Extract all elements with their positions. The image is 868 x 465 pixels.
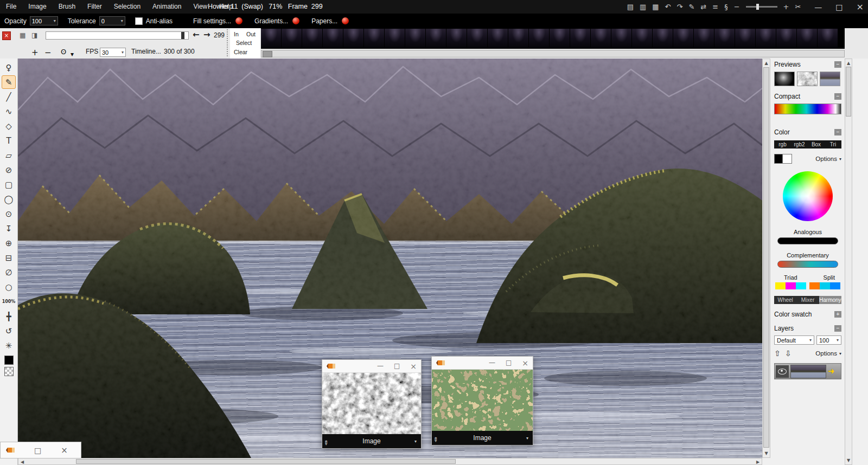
clear-button[interactable]: Clear — [234, 49, 247, 55]
zoom-in-icon[interactable]: + — [783, 3, 789, 11]
line-tool-icon[interactable]: ╱ — [2, 90, 16, 104]
zoom-out-icon[interactable]: − — [734, 3, 740, 11]
previous-frame-button[interactable]: ← — [193, 30, 200, 40]
scroll-down-icon[interactable]: ▼ — [845, 458, 852, 463]
filmstrip-scrollbar-thumb[interactable] — [263, 51, 272, 57]
primary-color-swatch[interactable] — [4, 356, 14, 365]
scroll-down-icon[interactable]: ▼ — [763, 451, 770, 456]
bulb-icon[interactable]: ʘ — [61, 48, 66, 56]
scroll-right-icon[interactable]: ▶ — [755, 460, 761, 464]
color-view-tab-wheel[interactable]: Wheel — [774, 296, 796, 304]
close-button[interactable]: × — [522, 359, 528, 367]
redo-icon[interactable]: ↷ — [677, 3, 683, 11]
minimize-button[interactable]: — — [814, 3, 822, 11]
curve-tool-icon[interactable]: ∿ — [2, 105, 16, 118]
filmstrip-frame-9[interactable] — [426, 29, 446, 48]
filmstrip-frame-14[interactable] — [529, 29, 549, 48]
tolerance-input[interactable]: 0▾ — [99, 16, 125, 25]
chevron-down-icon[interactable]: ▾ — [54, 18, 56, 23]
secondary-color-swatch[interactable] — [4, 367, 14, 376]
compact-collapse-button[interactable]: − — [834, 93, 841, 100]
filmstrip-frame-3[interactable] — [302, 29, 322, 48]
color-mode-tab-rgb[interactable]: rgb — [774, 141, 791, 147]
clone-tool-icon[interactable]: ⊟ — [2, 251, 16, 264]
zoom-tool-icon[interactable]: ⊙ — [2, 207, 16, 221]
frame-position-handle[interactable] — [181, 32, 184, 39]
filmstrip-frame-20[interactable] — [653, 29, 673, 48]
timeline-button[interactable]: Timeline... — [131, 48, 161, 55]
freehand-select-tool-icon[interactable]: ⊘ — [2, 163, 16, 177]
color-collapse-button[interactable]: − — [834, 129, 841, 135]
secondary-color-swatch[interactable] — [782, 154, 792, 164]
scroll-up-icon[interactable]: ▲ — [763, 61, 770, 66]
brush-tool-icon[interactable]: ✎ — [2, 75, 16, 89]
canvas-vertical-scrollbar[interactable]: ▲ ▼ — [762, 59, 770, 458]
undo-icon[interactable]: ↶ — [665, 3, 671, 11]
star-tool-icon[interactable]: ✳ — [2, 339, 16, 352]
filmstrip[interactable] — [261, 28, 845, 49]
split-swatch-1[interactable] — [809, 282, 820, 289]
fps-input[interactable]: 30▾ — [100, 48, 126, 57]
image-preview-thumbnail[interactable] — [820, 72, 840, 86]
layer-down-button[interactable]: ⇩ — [785, 349, 792, 358]
canvas-horizontal-scrollbar[interactable]: ◀ ▶ — [18, 458, 762, 465]
layer-thumbnail[interactable] — [790, 365, 826, 378]
layers-collapse-button[interactable]: − — [834, 325, 841, 332]
papers-button[interactable]: Papers... — [311, 17, 337, 25]
canvas-horizontal-scrollbar-thumb[interactable] — [76, 459, 456, 464]
ellipse-select-tool-icon[interactable]: ◯ — [2, 192, 16, 206]
menu-brush[interactable]: Brush — [53, 0, 81, 14]
chevron-down-icon[interactable]: ▾ — [121, 18, 123, 23]
layer-options-dropdown[interactable]: Options ▾ — [815, 350, 841, 357]
filmstrip-frame-13[interactable] — [508, 29, 528, 48]
close-button[interactable]: × — [857, 2, 864, 12]
grid-icon[interactable]: ▦ — [20, 31, 25, 39]
opacity-input[interactable]: 100▾ — [30, 16, 58, 25]
camo-texture-preview[interactable] — [432, 370, 533, 431]
dropper-icon[interactable]: ✎ — [322, 439, 330, 448]
move-tool-icon[interactable]: ╋ — [2, 309, 16, 323]
filmstrip-frame-17[interactable] — [591, 29, 611, 48]
filmstrip-frame-21[interactable] — [673, 29, 693, 48]
filmstrip-frame-18[interactable] — [611, 29, 631, 48]
out-button[interactable]: Out — [246, 31, 256, 37]
menu-selection[interactable]: Selection — [108, 0, 146, 14]
rect-select-tool-icon[interactable]: ▢ — [2, 178, 16, 191]
image-source-dropdown[interactable]: ✎ Image ▾ — [322, 434, 421, 448]
filmstrip-frame-25[interactable] — [756, 29, 776, 48]
image-source-dropdown[interactable]: ✎ Image ▾ — [432, 431, 533, 445]
maximize-button[interactable]: □ — [394, 362, 400, 371]
annotate-icon[interactable]: ✎ — [688, 3, 694, 11]
filmstrip-frame-24[interactable] — [735, 29, 755, 48]
texture-window-1[interactable]: — □ × ✎ Image ▾ — [322, 359, 422, 449]
filmstrip-frame-26[interactable] — [776, 29, 796, 48]
close-button[interactable]: × — [61, 445, 68, 455]
panel-scrollbar-thumb[interactable] — [846, 67, 851, 117]
color-view-tab-harmony[interactable]: Harmony — [819, 296, 841, 304]
scroll-up-icon[interactable]: ▲ — [845, 61, 852, 66]
color-wheel[interactable] — [783, 171, 833, 221]
fill-settings-status-icon[interactable] — [235, 17, 242, 24]
filmstrip-frame-4[interactable] — [323, 29, 343, 48]
zoom-100-icon[interactable]: 100% — [2, 295, 16, 308]
color-options-dropdown[interactable]: Options ▾ — [815, 156, 841, 162]
texture-window-1-titlebar[interactable]: — □ × — [322, 360, 421, 373]
complementary-bar[interactable] — [777, 261, 838, 268]
in-button[interactable]: In — [234, 31, 239, 37]
menu-animation[interactable]: Animation — [146, 0, 187, 14]
text-tool-icon[interactable]: T — [2, 134, 16, 147]
anti-alias-checkbox[interactable] — [135, 17, 143, 25]
layer-row[interactable]: ➜ — [774, 363, 841, 379]
fill-tool-icon[interactable]: ⊕ — [2, 236, 16, 250]
maximize-button[interactable]: □ — [34, 446, 41, 455]
page-icon[interactable]: ◨ — [31, 31, 37, 39]
noise-texture-preview[interactable] — [322, 373, 421, 434]
layer-visibility-toggle[interactable] — [776, 365, 789, 378]
frame-position-slider[interactable] — [46, 31, 189, 40]
gradients-status-icon[interactable] — [292, 17, 299, 24]
zoom-slider-thumb[interactable] — [756, 4, 759, 10]
flip-icon[interactable]: ⇄ — [700, 3, 706, 11]
scissors-icon[interactable]: ✂ — [795, 3, 801, 11]
dropper-icon[interactable]: ✎ — [431, 436, 440, 444]
eraser-tool-icon[interactable]: ∅ — [2, 266, 16, 279]
